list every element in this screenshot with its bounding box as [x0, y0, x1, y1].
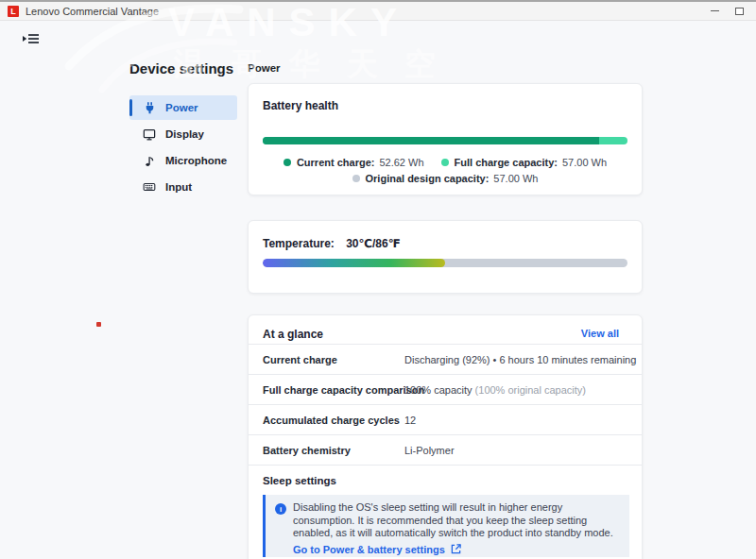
temperature-bar	[263, 259, 627, 267]
table-row: Battery chemistry Li-Polymer	[249, 435, 642, 466]
row-value: 12	[404, 415, 416, 426]
row-label: Full charge capacity comparison	[263, 384, 424, 396]
at-a-glance-title: At a glance	[263, 328, 323, 341]
table-row: Current charge Discharging (92%) • 6 hou…	[249, 345, 642, 375]
minimize-icon	[711, 10, 719, 11]
battery-bar-fill	[263, 137, 599, 144]
sleep-info-box: i Disabling the OS's sleep setting will …	[263, 495, 629, 557]
power-battery-settings-link[interactable]: Go to Power & battery settings	[293, 544, 629, 555]
sleep-info-text: Disabling the OS's sleep setting will re…	[293, 501, 616, 540]
plug-icon	[142, 100, 157, 115]
power-battery-settings-link-label: Go to Power & battery settings	[293, 544, 445, 555]
row-value: Discharging (92%) • 6 hours 10 minutes r…	[404, 354, 636, 365]
battery-health-title: Battery health	[263, 99, 338, 112]
row-label: Battery chemistry	[263, 445, 351, 456]
sidebar-item-label: Microphone	[165, 155, 227, 166]
temperature-card: Temperature: 30℃/86℉	[248, 220, 643, 294]
temperature-label: Temperature:	[263, 237, 335, 250]
legend-label: Original design capacity:	[366, 173, 490, 184]
sidebar-item-label: Power	[165, 102, 198, 113]
page-title: Device settings	[129, 60, 233, 76]
battery-legend-row-1: Current charge: 52.62 Wh Full charge cap…	[249, 157, 642, 168]
temperature-row: Temperature: 30℃/86℉	[263, 237, 401, 250]
maximize-icon	[735, 8, 744, 15]
legend-label: Current charge:	[297, 157, 375, 168]
breadcrumb: Power	[248, 62, 281, 74]
sidebar-item-power[interactable]: Power	[129, 95, 237, 120]
row-value-text: Li-Polymer	[404, 445, 455, 456]
monitor-icon	[142, 127, 157, 142]
red-dot-artifact	[96, 322, 101, 327]
full-charge-dot-icon	[441, 159, 449, 166]
sidebar-item-label: Input	[165, 181, 192, 193]
lenovo-logo-icon: L	[8, 6, 19, 17]
current-charge-dot-icon	[284, 159, 291, 166]
maximize-button[interactable]	[730, 2, 748, 20]
legend-value: 57.00 Wh	[562, 157, 607, 168]
external-link-icon	[451, 544, 461, 554]
legend-original-design-capacity: Original design capacity: 57.00 Wh	[352, 173, 539, 184]
legend-full-charge-capacity: Full charge capacity: 57.00 Wh	[441, 157, 608, 168]
original-design-dot-icon	[352, 175, 360, 182]
legend-current-charge: Current charge: 52.62 Wh	[284, 157, 424, 168]
menu-toggle-button[interactable]	[23, 32, 40, 45]
sidebar-item-label: Display	[165, 128, 204, 140]
legend-value: 52.62 Wh	[379, 157, 423, 168]
legend-label: Full charge capacity:	[455, 157, 558, 168]
at-a-glance-card: At a glance View all Current charge Disc…	[248, 314, 643, 559]
row-value: Li-Polymer	[404, 445, 455, 456]
row-value-secondary: (100% original capacity)	[472, 384, 586, 396]
sidebar-nav: Power Display Microphone Input	[129, 95, 237, 201]
keyboard-icon	[142, 179, 157, 195]
table-row: Accumulated charge cycles 12	[249, 405, 642, 435]
at-a-glance-rows: Current charge Discharging (92%) • 6 hou…	[249, 345, 642, 466]
row-label: Current charge	[263, 354, 337, 365]
legend-value: 57.00 Wh	[493, 173, 538, 184]
battery-health-card: Battery health Current charge: 52.62 Wh …	[248, 83, 643, 195]
microphone-icon	[142, 153, 157, 168]
table-row: Full charge capacity comparison 100% cap…	[249, 375, 642, 405]
row-value-text: 100% capacity	[404, 384, 472, 396]
minimize-button[interactable]	[705, 2, 724, 20]
sidebar-item-display[interactable]: Display	[129, 122, 237, 146]
row-value-text: 12	[404, 415, 416, 426]
hamburger-icon	[23, 32, 40, 45]
info-icon: i	[275, 503, 286, 515]
row-value-text: Discharging (92%) • 6 hours 10 minutes r…	[404, 354, 636, 365]
title-bar: L Lenovo Commercial Vantage	[0, 0, 756, 21]
row-value: 100% capacity (100% original capacity)	[404, 384, 586, 396]
battery-legend-row-2: Original design capacity: 57.00 Wh	[249, 173, 642, 184]
temperature-value: 30℃/86℉	[346, 237, 401, 250]
window-title: Lenovo Commercial Vantage	[26, 6, 159, 17]
sleep-settings-title: Sleep settings	[263, 475, 336, 486]
battery-health-bar	[263, 137, 627, 144]
sidebar-item-input[interactable]: Input	[129, 175, 237, 199]
sidebar-item-microphone[interactable]: Microphone	[129, 148, 237, 173]
temperature-bar-fill	[263, 259, 445, 267]
row-label: Accumulated charge cycles	[263, 415, 400, 426]
view-all-link[interactable]: View all	[581, 328, 619, 339]
